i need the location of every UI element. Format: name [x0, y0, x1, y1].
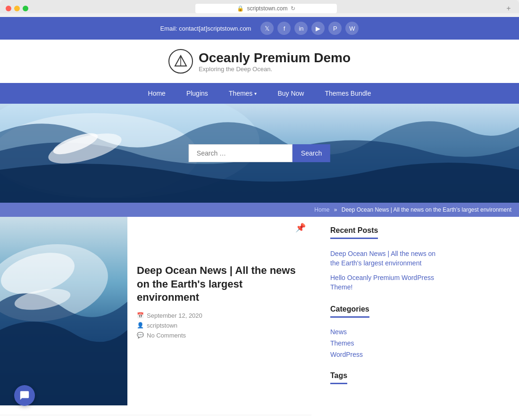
nav-item-home[interactable]: Home — [138, 83, 176, 104]
nav-link-themes[interactable]: Themes ▾ — [218, 83, 268, 104]
site-header: Oceanly Premium Demo Exploring the Deep … — [0, 40, 519, 83]
breadcrumb-home-link[interactable]: Home — [314, 206, 329, 213]
youtube-icon[interactable]: ▶ — [311, 22, 325, 35]
article-meta: 📅 September 12, 2020 👤 scriptstown 💬 No … — [137, 312, 302, 339]
social-icons-bar: 𝕏 f in ▶ P W — [260, 22, 359, 35]
nav-item-buy-now[interactable]: Buy Now — [267, 83, 314, 104]
search-overlay: Search — [189, 144, 330, 162]
pin-icon: 📌 — [295, 222, 306, 233]
nav-link-buy-now[interactable]: Buy Now — [267, 83, 314, 104]
search-input[interactable] — [189, 144, 293, 162]
linkedin-icon[interactable]: in — [294, 22, 308, 35]
article-author-text[interactable]: scriptstown — [147, 322, 177, 329]
hero-area: Search — [0, 104, 519, 203]
search-button[interactable]: Search — [293, 144, 330, 162]
facebook-icon[interactable]: f — [277, 22, 291, 35]
site-title[interactable]: Oceanly Premium Demo — [199, 50, 351, 66]
article-thumbnail — [0, 217, 127, 405]
wordpress-icon[interactable]: W — [345, 22, 359, 35]
nav-items-list: Home Plugins Themes ▾ Buy Now Themes Bun… — [138, 83, 382, 104]
minimize-button[interactable] — [14, 6, 20, 11]
article-date-text: September 12, 2020 — [147, 312, 202, 319]
nav-item-themes[interactable]: Themes ▾ — [218, 83, 268, 104]
maximize-button[interactable] — [23, 6, 28, 11]
breadcrumb-current: Deep Ocean News | All the news on the Ea… — [342, 206, 511, 213]
contact-email: Email: contact[at]scriptstown.com — [160, 25, 251, 32]
tags-title: Tags — [330, 371, 347, 384]
nav-link-home[interactable]: Home — [138, 83, 176, 104]
twitter-icon[interactable]: 𝕏 — [260, 22, 274, 35]
nav-item-themes-bundle[interactable]: Themes Bundle — [314, 83, 381, 104]
main-content: 📌 Deep Ocean News | All the news on the … — [0, 217, 321, 420]
close-button[interactable] — [6, 6, 11, 11]
article-date: 📅 September 12, 2020 — [137, 312, 302, 319]
comment-icon: 💬 — [137, 332, 144, 338]
article-comments-text[interactable]: No Comments — [147, 332, 186, 339]
main-nav: Home Plugins Themes ▾ Buy Now Themes Bun… — [0, 83, 519, 104]
chat-button[interactable] — [14, 385, 35, 406]
pinterest-icon[interactable]: P — [328, 22, 342, 35]
recent-posts-widget: Recent Posts Deep Ocean News | All the n… — [330, 226, 444, 292]
breadcrumb-separator: » — [334, 206, 337, 213]
recent-post-2[interactable]: Hello Oceanly Premium WordPress Theme! — [330, 273, 444, 292]
chevron-down-icon: ▾ — [254, 91, 257, 96]
site-tagline: Exploring the Deep Ocean. — [199, 66, 351, 73]
nav-item-plugins[interactable]: Plugins — [176, 83, 218, 104]
category-themes[interactable]: Themes — [330, 339, 444, 347]
traffic-lights — [6, 6, 28, 11]
logo-area: Oceanly Premium Demo Exploring the Deep … — [168, 49, 351, 74]
article-author: 👤 scriptstown — [137, 322, 302, 329]
article-card: 📌 Deep Ocean News | All the news on the … — [0, 217, 311, 415]
recent-post-1[interactable]: Deep Ocean News | All the news on the Ea… — [330, 249, 444, 268]
categories-list: News Themes WordPress — [330, 328, 444, 358]
categories-widget: Categories News Themes WordPress — [330, 305, 444, 358]
url-lock-icon: 🔒 — [237, 5, 244, 12]
categories-title: Categories — [330, 305, 369, 318]
article-content-area: 📌 Deep Ocean News | All the news on the … — [127, 217, 311, 405]
tags-widget: Tags — [330, 371, 444, 389]
breadcrumb: Home » Deep Ocean News | All the news on… — [0, 203, 519, 217]
article-comments: 💬 No Comments — [137, 332, 302, 339]
recent-posts-list: Deep Ocean News | All the news on the Ea… — [330, 249, 444, 292]
new-tab-button[interactable]: + — [504, 4, 513, 13]
article-title[interactable]: Deep Ocean News | All the news on the Ea… — [137, 264, 302, 305]
recent-posts-title: Recent Posts — [330, 226, 378, 239]
url-bar[interactable]: 🔒 scriptstown.com ↻ — [32, 4, 500, 13]
category-news[interactable]: News — [330, 328, 444, 336]
calendar-icon: 📅 — [137, 312, 144, 319]
content-area: 📌 Deep Ocean News | All the news on the … — [0, 217, 519, 420]
category-wordpress[interactable]: WordPress — [330, 351, 444, 358]
sidebar: Recent Posts Deep Ocean News | All the n… — [321, 217, 453, 420]
user-icon: 👤 — [137, 322, 144, 329]
site-title-area: Oceanly Premium Demo Exploring the Deep … — [199, 50, 351, 73]
url-text: scriptstown.com — [247, 5, 287, 12]
top-bar: Email: contact[at]scriptstown.com 𝕏 f in… — [0, 17, 519, 40]
browser-chrome: 🔒 scriptstown.com ↻ + — [0, 0, 519, 13]
site-logo[interactable] — [168, 49, 193, 74]
nav-link-plugins[interactable]: Plugins — [176, 83, 218, 104]
nav-link-themes-bundle[interactable]: Themes Bundle — [314, 83, 381, 104]
url-refresh-icon[interactable]: ↻ — [291, 5, 295, 12]
site-wrapper: Email: contact[at]scriptstown.com 𝕏 f in… — [0, 17, 519, 420]
